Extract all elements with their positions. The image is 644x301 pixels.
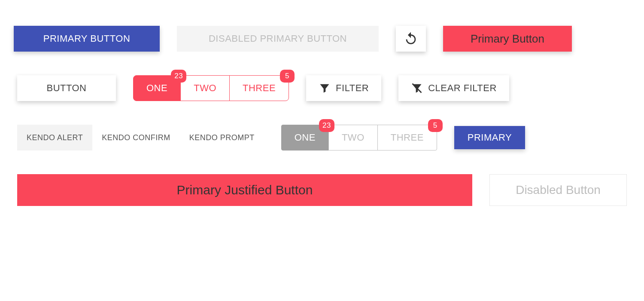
kendo-alert-button[interactable]: KENDO ALERT [17, 125, 92, 150]
segment-label: ONE [146, 83, 167, 94]
segment-grey-one[interactable]: ONE 23 [281, 125, 329, 150]
refresh-button[interactable] [396, 26, 426, 52]
plain-button[interactable]: BUTTON [17, 75, 116, 101]
primary-button-blue[interactable]: PRIMARY BUTTON [14, 26, 160, 52]
segment-grey-two[interactable]: TWO [328, 125, 378, 150]
segment-label: THREE [243, 83, 276, 94]
primary-small-blue-button[interactable]: PRIMARY [454, 126, 525, 149]
badge-one: 23 [171, 70, 186, 83]
refresh-icon [404, 31, 418, 46]
flat-actions: KENDO ALERT KENDO CONFIRM KENDO PROMPT [17, 125, 264, 150]
funnel-icon [319, 82, 331, 94]
funnel-clear-icon [411, 82, 423, 94]
segment-grey-three[interactable]: THREE 5 [377, 125, 437, 150]
segment-two[interactable]: TWO [180, 75, 230, 101]
badge-grey-one: 23 [319, 119, 334, 132]
clear-filter-button[interactable]: CLEAR FILTER [398, 75, 509, 101]
disabled-primary-button: DISABLED PRIMARY BUTTON [177, 26, 379, 52]
primary-button-red[interactable]: Primary Button [443, 26, 572, 52]
row-1: PRIMARY BUTTON DISABLED PRIMARY BUTTON P… [17, 26, 627, 52]
primary-justified-button[interactable]: Primary Justified Button [17, 174, 472, 206]
badge-three: 5 [280, 70, 295, 83]
segment-label: TWO [194, 83, 216, 94]
kendo-prompt-button[interactable]: KENDO PROMPT [180, 125, 264, 150]
button-group-grey: ONE 23 TWO THREE 5 [281, 125, 437, 150]
badge-grey-three: 5 [428, 119, 443, 132]
row-3: KENDO ALERT KENDO CONFIRM KENDO PROMPT O… [17, 125, 627, 150]
kendo-confirm-button[interactable]: KENDO CONFIRM [92, 125, 180, 150]
filter-button[interactable]: FILTER [306, 75, 381, 101]
disabled-button: Disabled Button [489, 174, 627, 206]
segment-three[interactable]: THREE 5 [229, 75, 289, 101]
segment-label: ONE [295, 132, 316, 143]
segment-one[interactable]: ONE 23 [133, 75, 181, 101]
row-2: BUTTON ONE 23 TWO THREE 5 FILTER CLEAR F… [17, 75, 627, 101]
button-group-red: ONE 23 TWO THREE 5 [133, 75, 289, 101]
segment-label: THREE [391, 132, 424, 143]
clear-filter-label: CLEAR FILTER [428, 83, 497, 94]
segment-label: TWO [342, 132, 365, 143]
row-4: Primary Justified Button Disabled Button [17, 174, 627, 206]
filter-label: FILTER [336, 83, 369, 94]
